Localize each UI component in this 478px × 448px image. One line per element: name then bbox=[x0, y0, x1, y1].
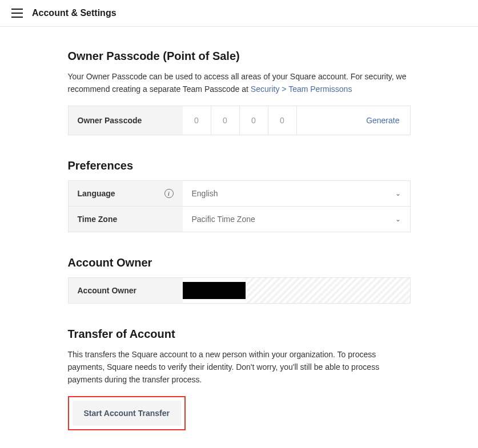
account-owner-row: Account Owner bbox=[68, 277, 411, 304]
timezone-label: Time Zone bbox=[69, 207, 183, 232]
passcode-digit-2[interactable]: 0 bbox=[211, 106, 240, 135]
language-value: English bbox=[192, 189, 218, 198]
timezone-value: Pacific Time Zone bbox=[192, 215, 255, 224]
transfer-button-highlight: Start Account Transfer bbox=[68, 396, 186, 430]
timezone-row: Time Zone Pacific Time Zone ⌄ bbox=[68, 207, 411, 232]
chevron-down-icon: ⌄ bbox=[395, 215, 401, 223]
owner-passcode-title: Owner Passcode (Point of Sale) bbox=[68, 50, 411, 63]
language-label-text: Language bbox=[78, 189, 115, 198]
transfer-section: Transfer of Account This transfers the S… bbox=[68, 328, 411, 430]
preferences-title: Preferences bbox=[68, 159, 411, 172]
passcode-digit-1[interactable]: 0 bbox=[183, 106, 211, 135]
hamburger-menu-icon[interactable] bbox=[11, 9, 23, 18]
owner-passcode-value: 0 0 0 0 Generate bbox=[183, 106, 410, 135]
language-select[interactable]: English ⌄ bbox=[183, 181, 410, 206]
start-account-transfer-button[interactable]: Start Account Transfer bbox=[73, 401, 181, 426]
info-icon[interactable]: i bbox=[164, 189, 174, 198]
owner-passcode-label: Owner Passcode bbox=[69, 106, 183, 135]
timezone-select[interactable]: Pacific Time Zone ⌄ bbox=[183, 207, 410, 232]
content: Owner Passcode (Point of Sale) Your Owne… bbox=[68, 27, 411, 448]
passcode-digit-3[interactable]: 0 bbox=[240, 106, 268, 135]
account-owner-section: Account Owner Account Owner bbox=[68, 256, 411, 304]
owner-passcode-desc: Your Owner Passcode can be used to acces… bbox=[68, 71, 411, 95]
transfer-title: Transfer of Account bbox=[68, 328, 411, 341]
page-title: Account & Settings bbox=[32, 8, 117, 18]
owner-passcode-row: Owner Passcode 0 0 0 0 Generate bbox=[68, 106, 411, 135]
redacted-owner-name bbox=[183, 282, 246, 299]
hatched-area bbox=[246, 278, 410, 303]
security-team-permissions-link[interactable]: Security > Team Permissons bbox=[251, 84, 352, 94]
transfer-desc: This transfers the Square account to a n… bbox=[68, 349, 411, 386]
passcode-boxes: 0 0 0 0 bbox=[183, 106, 297, 135]
account-owner-value bbox=[183, 278, 410, 303]
generate-link[interactable]: Generate bbox=[356, 116, 409, 125]
owner-passcode-desc-text: Your Owner Passcode can be used to acces… bbox=[68, 72, 407, 94]
language-label: Language i bbox=[69, 181, 183, 206]
account-owner-label: Account Owner bbox=[69, 278, 183, 303]
passcode-digit-4[interactable]: 0 bbox=[268, 106, 297, 135]
chevron-down-icon: ⌄ bbox=[395, 189, 401, 197]
header-bar: Account & Settings bbox=[0, 0, 478, 27]
owner-passcode-section: Owner Passcode (Point of Sale) Your Owne… bbox=[68, 50, 411, 135]
language-row: Language i English ⌄ bbox=[68, 180, 411, 207]
preferences-section: Preferences Language i English ⌄ Time Zo… bbox=[68, 159, 411, 232]
account-owner-title: Account Owner bbox=[68, 256, 411, 269]
